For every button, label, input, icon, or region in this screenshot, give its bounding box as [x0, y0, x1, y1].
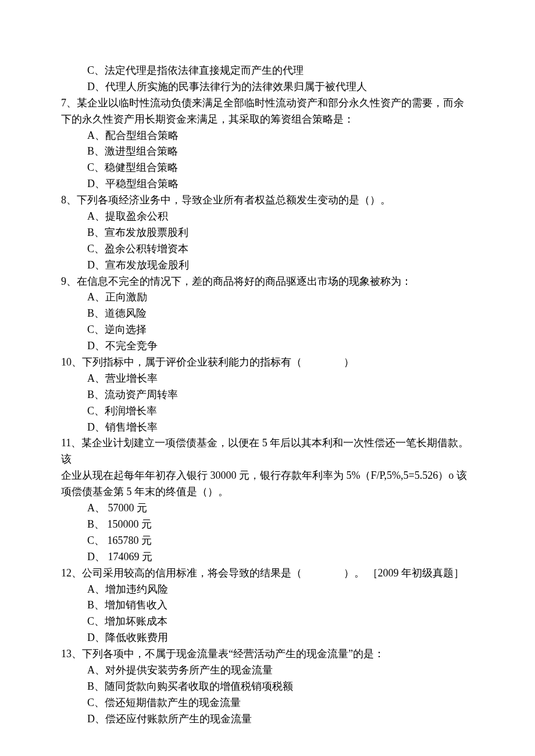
question-text: 7、某企业以临时性流动负债来满足全部临时性流动资产和部分永久性资产的需要，而余下…: [61, 95, 474, 128]
option-text: D、宣布发放现金股利: [61, 257, 474, 274]
question-text: 12、公司采用较高的信用标准，将会导致的结果是（ ）。 ［2009 年初级真题］: [61, 565, 474, 582]
option-text: C、利润增长率: [61, 403, 474, 420]
option-text: D、不完全竞争: [61, 338, 474, 354]
option-text: C、逆向选择: [61, 322, 474, 338]
option-text: C、偿还短期借款产生的现金流量: [61, 695, 474, 711]
question-text: 10、下列指标中，属于评价企业获利能力的指标有（ ）: [61, 354, 474, 371]
option-text: A、提取盈余公积: [61, 209, 474, 225]
option-text: C、 165780 元: [61, 533, 474, 549]
option-text: A、增加违约风险: [61, 582, 474, 598]
question-text: 11、某企业计划建立一项偿债基金，以便在 5 年后以其本利和一次性偿还一笔长期借…: [61, 435, 474, 468]
question-text: 企业从现在起每年年初存入银行 30000 元，银行存款年利率为 5%（F/P,5…: [61, 468, 474, 484]
option-text: C、增加坏账成本: [61, 614, 474, 630]
question-text: 13、下列各项中，不属于现金流量表“经营活动产生的现金流量”的是：: [61, 646, 474, 662]
option-text: A、对外提供安装劳务所产生的现金流量: [61, 662, 474, 679]
option-text: A、 57000 元: [61, 500, 474, 517]
option-text: A、配合型组合策略: [61, 128, 474, 144]
option-text: B、随同货款向购买者收取的增值税销项税额: [61, 679, 474, 695]
option-text: D、降低收账费用: [61, 630, 474, 646]
option-text: C、法定代理是指依法律直接规定而产生的代理: [61, 63, 474, 79]
option-text: D、平稳型组合策略: [61, 176, 474, 192]
document-page: C、法定代理是指依法律直接规定而产生的代理D、代理人所实施的民事法律行为的法律效…: [0, 0, 535, 756]
option-text: D、销售增长率: [61, 420, 474, 436]
option-text: C、盈余公积转增资本: [61, 241, 474, 257]
question-text: 9、在信息不完全的情况下，差的商品将好的商品驱逐出市场的现象被称为：: [61, 274, 474, 290]
option-text: B、流动资产周转率: [61, 387, 474, 403]
option-text: B、 150000 元: [61, 517, 474, 533]
option-text: B、增加销售收入: [61, 597, 474, 614]
option-text: D、代理人所实施的民事法律行为的法律效果归属于被代理人: [61, 79, 474, 95]
option-text: B、道德风险: [61, 306, 474, 322]
option-text: B、激进型组合策略: [61, 144, 474, 160]
option-text: A、正向激励: [61, 289, 474, 306]
question-text: 项偿债基金第 5 年末的终值是（）。: [61, 484, 474, 500]
option-text: C、稳健型组合策略: [61, 160, 474, 176]
option-text: A、营业增长率: [61, 371, 474, 387]
option-text: D、偿还应付账款所产生的现金流量: [61, 711, 474, 728]
option-text: B、宣布发放股票股利: [61, 225, 474, 241]
option-text: D、 174069 元: [61, 549, 474, 565]
question-text: 8、下列各项经济业务中，导致企业所有者权益总额发生变动的是（）。: [61, 192, 474, 209]
